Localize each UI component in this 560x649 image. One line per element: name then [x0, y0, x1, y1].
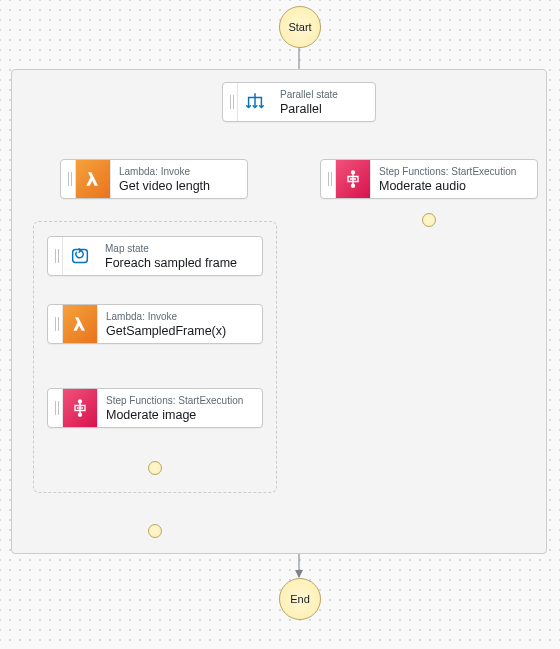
- branch-end-circle: [148, 461, 162, 475]
- workflow-canvas: Start Parallel state Parallel Lambda: In…: [0, 0, 560, 649]
- node-type: Map state: [105, 242, 252, 255]
- start-label: Start: [288, 21, 311, 33]
- node-label: GetSampledFrame(x): [106, 323, 252, 339]
- drag-handle[interactable]: [61, 160, 76, 198]
- node-label: Foreach sampled frame: [105, 255, 252, 271]
- end-terminal[interactable]: End: [279, 578, 321, 620]
- moderate-image-node[interactable]: Step Functions: StartExecution Moderate …: [47, 388, 263, 428]
- node-type: Step Functions: StartExecution: [106, 394, 252, 407]
- parallel-icon: [238, 83, 272, 121]
- drag-handle[interactable]: [223, 83, 238, 121]
- branch-end-circle: [148, 524, 162, 538]
- moderate-audio-node[interactable]: Step Functions: StartExecution Moderate …: [320, 159, 538, 199]
- node-type: Lambda: Invoke: [106, 310, 252, 323]
- branch-end-circle: [422, 213, 436, 227]
- node-type: Parallel state: [280, 88, 365, 101]
- get-sampled-frame-node[interactable]: Lambda: Invoke GetSampledFrame(x): [47, 304, 263, 344]
- lambda-icon: [63, 305, 98, 343]
- step-functions-icon: [336, 160, 371, 198]
- drag-handle[interactable]: [48, 237, 63, 275]
- node-label: Get video length: [119, 178, 237, 194]
- start-terminal[interactable]: Start: [279, 6, 321, 48]
- node-label: Moderate image: [106, 407, 252, 423]
- get-video-length-node[interactable]: Lambda: Invoke Get video length: [60, 159, 248, 199]
- node-type: Lambda: Invoke: [119, 165, 237, 178]
- map-state-node[interactable]: Map state Foreach sampled frame: [47, 236, 263, 276]
- lambda-icon: [76, 160, 111, 198]
- drag-handle[interactable]: [48, 389, 63, 427]
- node-type: Step Functions: StartExecution: [379, 165, 527, 178]
- end-label: End: [290, 593, 310, 605]
- step-functions-icon: [63, 389, 98, 427]
- parallel-state-node[interactable]: Parallel state Parallel: [222, 82, 376, 122]
- map-icon: [63, 237, 97, 275]
- drag-handle[interactable]: [321, 160, 336, 198]
- node-label: Moderate audio: [379, 178, 527, 194]
- drag-handle[interactable]: [48, 305, 63, 343]
- node-label: Parallel: [280, 101, 365, 117]
